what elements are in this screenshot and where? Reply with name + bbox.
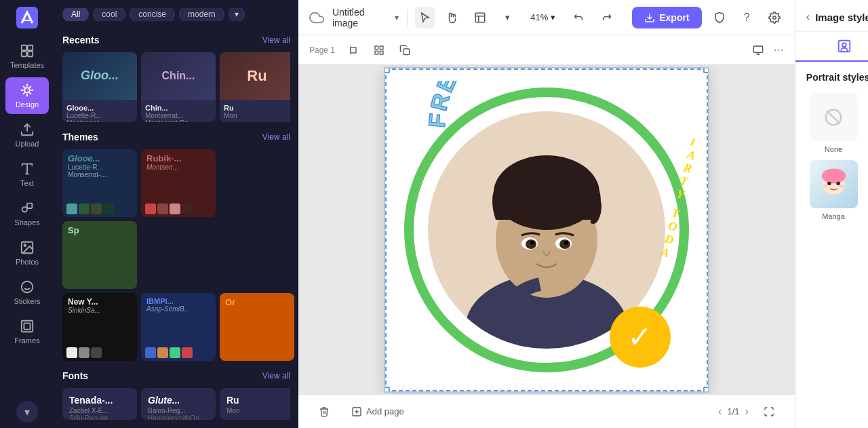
recent-card-0[interactable]: Gloo... Glooe... Lucette-R... Montserrat…	[62, 52, 137, 123]
sidebar-item-shapes[interactable]: Shapes	[5, 195, 49, 232]
sidebar-collapse-btn[interactable]: ▾	[16, 401, 38, 423]
settings-btn[interactable]	[764, 7, 783, 28]
font-0-sub2: Stilu-Regular	[69, 414, 130, 420]
layout-chevron-btn[interactable]: ▾	[498, 7, 517, 28]
undo-btn[interactable]	[569, 7, 588, 28]
add-page-label: Add page	[366, 406, 404, 416]
style-thumb-manga[interactable]	[808, 159, 859, 210]
title-chevron-icon[interactable]: ▾	[395, 13, 399, 22]
svg-rect-14	[22, 321, 33, 332]
crop-btn[interactable]	[343, 40, 363, 60]
themes-grid: Glooe... Lucette-R... Monserrat-... Rubi…	[62, 149, 290, 289]
svg-rect-16	[475, 13, 485, 22]
sidebar-item-templates[interactable]: Templates	[5, 38, 49, 75]
style-thumb-none[interactable]	[808, 92, 859, 142]
svg-rect-26	[753, 46, 762, 52]
panel-back-btn[interactable]: ‹	[806, 11, 810, 23]
hand-tool-btn[interactable]	[443, 7, 462, 28]
trash-btn[interactable]	[312, 402, 336, 421]
portrait-title: Portrait styles	[806, 72, 868, 83]
sidebar-item-frames[interactable]: Frames	[5, 313, 49, 350]
recent-card-1[interactable]: Chin... Chin... Montserrat... Montserrat…	[141, 52, 216, 123]
style-item-manga[interactable]: Manga	[806, 159, 861, 220]
filter-tags-row: All cool concise modern ▾	[62, 8, 290, 21]
font-card-2[interactable]: Ru Mon	[220, 388, 290, 420]
theme-card-0[interactable]: Glooe... Lucette-R... Monserrat-...	[62, 149, 137, 217]
present-btn[interactable]	[748, 40, 768, 60]
themes-row2: New Y... SinkinSa... IBMPl... Asap-SemiB…	[62, 293, 290, 361]
more-options-btn[interactable]: ···	[774, 43, 784, 57]
sidebar-item-upload-label: Upload	[16, 140, 39, 148]
recent-card-2-name: Ru	[224, 104, 290, 112]
font-card-0[interactable]: Tenada-... Zacbel X-E... Stilu-Regular	[62, 388, 137, 420]
style-label-manga: Manga	[822, 212, 845, 220]
zoom-value: 41%	[530, 12, 548, 22]
svg-point-38	[530, 241, 534, 245]
secondary-toolbar: Page 1 ···	[298, 35, 795, 65]
next-page-btn[interactable]: ›	[745, 406, 749, 418]
themes-view-all[interactable]: View all	[262, 132, 290, 142]
filter-tag-modern[interactable]: modern	[179, 8, 224, 21]
select-tool-btn[interactable]	[415, 7, 434, 28]
theme-card-5[interactable]: Or	[220, 293, 294, 361]
font-card-1[interactable]: Glute... Baloo-Reg... HammersmithOn...	[141, 388, 216, 420]
theme-card-2[interactable]: Sp	[62, 221, 137, 289]
filter-tag-concise[interactable]: concise	[130, 8, 175, 21]
top-toolbar: Untitled image ▾ ▾ 41% ▾	[298, 0, 795, 35]
svg-point-66	[821, 168, 845, 183]
recent-card-2[interactable]: Ru Ru Mon	[220, 52, 290, 123]
style-transfer-panel: ‹ Image style transfer ✕ Portrait styles…	[795, 0, 868, 428]
export-button[interactable]: Export	[632, 7, 701, 28]
canvas-area: Untitled image ▾ ▾ 41% ▾	[298, 0, 795, 428]
themes-title: Themes	[62, 132, 98, 142]
theme-4-sub: Asap-SemiB...	[146, 305, 210, 313]
canvas-wrapper[interactable]: FRESH LOOK P A R T	[298, 65, 795, 394]
canvas-frame[interactable]: FRESH LOOK P A R T	[384, 67, 709, 393]
svg-rect-15	[24, 323, 30, 329]
filter-tag-all[interactable]: All	[62, 8, 89, 21]
font-1-sub2: HammersmithOn...	[148, 414, 209, 420]
style-tab-portrait[interactable]	[795, 32, 868, 62]
fonts-view-all[interactable]: View all	[262, 371, 290, 381]
themes-header: Themes View all	[62, 132, 290, 142]
prev-page-btn[interactable]: ‹	[718, 406, 722, 418]
filter-tag-cool[interactable]: cool	[93, 8, 125, 21]
redo-btn[interactable]	[597, 7, 616, 28]
portrait-section: Portrait styles 🔊 None	[795, 62, 868, 229]
theme-card-1[interactable]: Rubik-... Montserr...	[141, 149, 216, 217]
add-page-btn[interactable]: Add page	[344, 402, 411, 421]
recent-card-2-font: Mon	[224, 112, 290, 119]
sidebar-item-stickers-label: Stickers	[14, 297, 40, 305]
handle-tr[interactable]	[703, 69, 708, 73]
sidebar-item-text[interactable]: Text	[5, 156, 49, 193]
recent-card-0-name: Glooe...	[66, 104, 133, 112]
copy-btn[interactable]	[395, 40, 415, 60]
fullscreen-btn[interactable]	[757, 402, 781, 421]
filter-tag-more[interactable]: ▾	[229, 8, 245, 21]
sidebar-item-photos[interactable]: Photos	[5, 235, 49, 271]
svg-rect-2	[28, 45, 33, 50]
font-0-name: Tenada-...	[69, 395, 130, 406]
theme-card-3[interactable]: New Y... SinkinSa...	[62, 293, 137, 361]
theme-card-4[interactable]: IBMPl... Asap-SemiB...	[141, 293, 216, 361]
layout-btn[interactable]	[470, 7, 489, 28]
handle-tl[interactable]	[385, 69, 390, 73]
style-item-none[interactable]: None	[806, 92, 861, 153]
sidebar-item-photos-label: Photos	[16, 258, 39, 266]
app-logo[interactable]	[15, 5, 39, 30]
handle-br[interactable]	[703, 387, 708, 391]
sidebar-item-stickers[interactable]: Stickers	[5, 274, 49, 311]
handle-bl[interactable]	[385, 387, 390, 391]
grid-btn[interactable]	[369, 40, 389, 60]
svg-text:FRESH LOOK: FRESH LOOK	[424, 81, 559, 129]
cloud-save-btn[interactable]	[309, 10, 324, 25]
canvas-content[interactable]: FRESH LOOK P A R T	[385, 69, 708, 391]
sidebar-item-design[interactable]: Design	[5, 77, 49, 114]
sidebar-item-upload[interactable]: Upload	[5, 117, 49, 153]
shield-btn[interactable]	[710, 7, 729, 28]
zoom-control[interactable]: 41% ▾	[525, 9, 561, 25]
theme-2-name: Sp	[68, 225, 132, 235]
help-btn[interactable]: ?	[737, 7, 756, 28]
recents-view-all[interactable]: View all	[262, 35, 290, 45]
sidebar-item-shapes-label: Shapes	[14, 218, 39, 227]
